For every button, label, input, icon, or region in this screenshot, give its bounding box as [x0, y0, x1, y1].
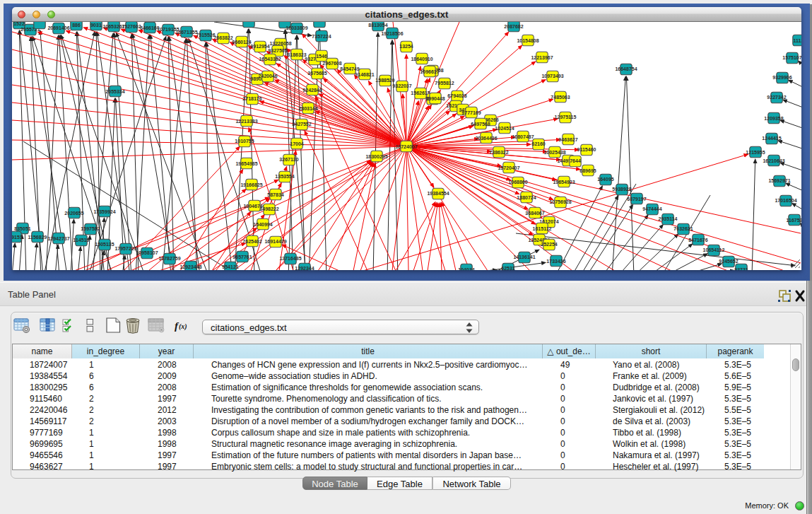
svg-text:9329906: 9329906: [772, 75, 792, 80]
svg-text:5938928: 5938928: [612, 187, 631, 192]
svg-text:1024514: 1024514: [495, 126, 514, 131]
svg-text:9322037: 9322037: [392, 83, 411, 88]
svg-text:2803144: 2803144: [298, 106, 317, 111]
svg-text:9242848: 9242848: [302, 88, 322, 93]
svg-text:7644: 7644: [570, 158, 581, 163]
svg-text:12923448: 12923448: [180, 264, 201, 269]
svg-text:9474444: 9474444: [642, 206, 661, 211]
svg-text:7632621: 7632621: [673, 226, 693, 231]
svg-text:16914479: 16914479: [264, 239, 286, 244]
svg-text:116753: 116753: [787, 218, 801, 223]
svg-text:1880724: 1880724: [517, 195, 536, 200]
svg-text:7485063: 7485063: [551, 95, 570, 100]
svg-text:19384554: 19384554: [427, 191, 449, 196]
svg-text:1112: 1112: [794, 38, 801, 43]
svg-text:16648754: 16648754: [615, 66, 637, 71]
svg-text:9031: 9031: [90, 23, 102, 28]
svg-text:1215955: 1215955: [746, 150, 765, 155]
svg-text:1522: 1522: [13, 22, 25, 26]
svg-text:2967608: 2967608: [322, 61, 341, 66]
svg-text:12213383: 12213383: [235, 119, 257, 124]
svg-text:1546: 1546: [316, 54, 327, 59]
svg-text:17004: 17004: [290, 141, 304, 146]
svg-text:9657761: 9657761: [233, 255, 252, 259]
svg-text:12213967: 12213967: [531, 55, 553, 60]
svg-text:954121: 954121: [222, 264, 238, 269]
svg-text:93721: 93721: [734, 267, 748, 270]
svg-text:16671355: 16671355: [175, 30, 197, 35]
svg-text:8454749: 8454749: [340, 66, 359, 71]
svg-text:12942737: 12942737: [47, 236, 69, 241]
svg-text:13716485: 13716485: [279, 256, 301, 261]
svg-text:18640910: 18640910: [411, 57, 433, 62]
svg-text:9115460: 9115460: [577, 147, 596, 152]
svg-text:1733426: 1733426: [546, 259, 565, 264]
svg-text:6497568: 6497568: [471, 122, 490, 127]
svg-text:1353554: 1353554: [275, 174, 294, 179]
svg-text:13254: 13254: [399, 44, 413, 49]
svg-text:20364436: 20364436: [475, 136, 497, 141]
svg-text:1540994: 1540994: [253, 222, 272, 227]
svg-text:1597587: 1597587: [81, 226, 100, 231]
svg-text:17957225: 17957225: [114, 246, 136, 251]
svg-text:62531: 62531: [501, 266, 515, 270]
svg-text:9777169: 9777169: [461, 110, 481, 115]
svg-text:1096617: 1096617: [420, 69, 439, 74]
svg-text:587834: 587834: [267, 192, 283, 197]
svg-text:252254: 252254: [541, 242, 557, 247]
svg-text:19654985: 19654985: [235, 161, 257, 166]
svg-text:1209358: 1209358: [764, 116, 783, 121]
svg-text:16033809: 16033809: [286, 25, 307, 30]
svg-text:39151: 39151: [12, 235, 23, 240]
svg-text:19654923: 19654923: [553, 180, 575, 185]
svg-text:8471676: 8471676: [688, 238, 707, 243]
svg-text:8990448: 8990448: [425, 96, 445, 101]
svg-text:16210643: 16210643: [763, 158, 784, 163]
svg-text:12975115: 12975115: [555, 115, 577, 119]
svg-text:8912954: 8912954: [250, 44, 269, 49]
svg-text:9146821: 9146821: [355, 72, 374, 77]
svg-text:18724007: 18724007: [395, 144, 417, 149]
svg-text:20691406: 20691406: [47, 25, 69, 30]
svg-text:7357224: 7357224: [312, 34, 331, 39]
svg-text:7625402: 7625402: [242, 239, 261, 244]
svg-text:886: 886: [72, 23, 81, 28]
svg-text:1292344: 1292344: [295, 266, 314, 270]
svg-text:835051: 835051: [14, 226, 30, 231]
svg-text:8813054: 8813054: [368, 23, 387, 28]
svg-text:104034: 104034: [458, 267, 474, 270]
svg-text:7955812: 7955812: [435, 81, 454, 86]
svg-text:2055334: 2055334: [105, 89, 124, 94]
svg-text:8660124: 8660124: [232, 40, 251, 45]
svg-text:19166825: 19166825: [240, 182, 262, 187]
svg-text:10025438: 10025438: [543, 150, 565, 155]
svg-text:3684067: 3684067: [525, 211, 544, 216]
svg-text:62160: 62160: [531, 141, 546, 146]
svg-text:114519: 114519: [73, 238, 90, 243]
svg-text:10654112: 10654112: [703, 247, 725, 252]
svg-text:3267130: 3267130: [279, 157, 298, 162]
svg-text:7663822: 7663822: [213, 35, 233, 40]
svg-text:2718176: 2718176: [242, 96, 261, 101]
svg-text:10958107: 10958107: [136, 250, 158, 255]
svg-text:10154808: 10154808: [517, 38, 539, 43]
svg-text:2935114: 2935114: [659, 216, 678, 221]
svg-text:10807487: 10807487: [512, 134, 534, 139]
svg-text:16782759: 16782759: [158, 256, 180, 261]
svg-text:15692971: 15692971: [768, 178, 790, 183]
svg-text:3498222: 3498222: [259, 206, 278, 211]
svg-text:8186323: 8186323: [287, 52, 306, 57]
svg-text:9245652: 9245652: [719, 259, 738, 264]
svg-text:7515526: 7515526: [196, 33, 215, 37]
svg-text:1010755: 1010755: [235, 139, 254, 144]
svg-text:2087682: 2087682: [504, 24, 523, 29]
svg-text:1588520: 1588520: [375, 78, 394, 83]
svg-text:689695: 689695: [579, 168, 596, 173]
svg-text:10973493: 10973493: [541, 74, 563, 78]
svg-text:15720407: 15720407: [498, 165, 519, 170]
svg-text:9227342: 9227342: [767, 95, 786, 100]
svg-text:9463627: 9463627: [558, 137, 577, 142]
svg-text:10756928: 10756928: [549, 199, 571, 204]
svg-text:2420046: 2420046: [258, 74, 277, 78]
svg-text:16543382: 16543382: [259, 57, 281, 62]
